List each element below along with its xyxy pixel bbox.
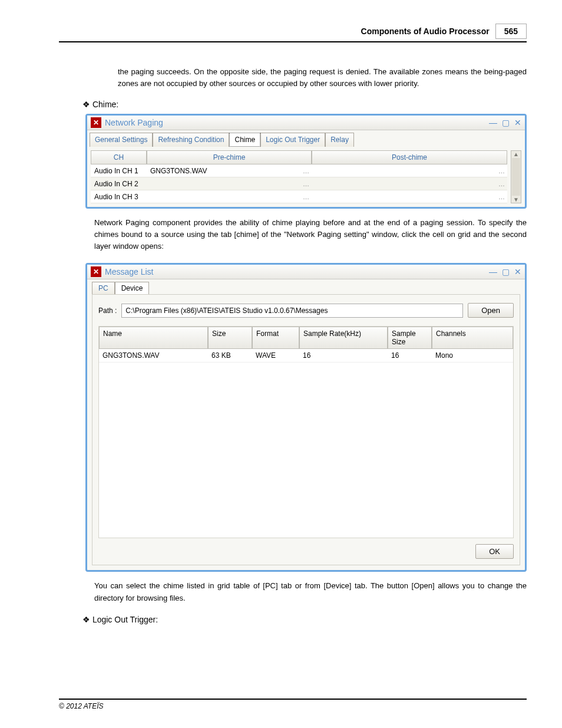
scroll-up-icon[interactable]: ▲ xyxy=(511,151,521,157)
cell-sample-rate: 16 xyxy=(299,349,388,363)
browse-icon[interactable]: … xyxy=(303,167,309,174)
col-format: Format xyxy=(252,327,299,349)
col-channels: Channels xyxy=(432,327,513,349)
tab-pc[interactable]: PC xyxy=(92,282,115,294)
col-name: Name xyxy=(99,327,208,349)
path-label: Path : xyxy=(98,307,117,315)
minimize-icon[interactable]: — xyxy=(489,118,497,127)
cell-ch: Audio In CH 3 xyxy=(91,190,147,203)
cell-pre-chime[interactable]: … xyxy=(147,190,312,203)
cell-sample-size: 16 xyxy=(388,349,432,363)
col-pre-chime: Pre-chime xyxy=(147,150,312,164)
close-icon[interactable]: ✕ xyxy=(514,267,521,276)
network-paging-window: ✕ Network Paging — ▢ ✕ General Settings … xyxy=(85,114,527,209)
table-row[interactable]: GNG3TONS.WAV 63 KB WAVE 16 16 Mono xyxy=(99,349,513,363)
col-sample-rate: Sample Rate(kHz) xyxy=(299,327,388,349)
browse-icon[interactable]: … xyxy=(498,193,505,200)
cell-ch: Audio In CH 2 xyxy=(91,177,147,190)
maximize-icon[interactable]: ▢ xyxy=(502,267,510,276)
scroll-thumb[interactable] xyxy=(512,158,520,196)
header-title: Components of Audio Processor xyxy=(361,27,490,36)
tab-general-settings[interactable]: General Settings xyxy=(90,133,153,147)
tab-refreshing-condition[interactable]: Refreshing Condition xyxy=(153,133,229,147)
col-ch: CH xyxy=(91,150,147,164)
cell-channels: Mono xyxy=(432,349,513,363)
tab-device[interactable]: Device xyxy=(115,282,150,294)
paragraph-intro: the paging succeeds. On the opposite sid… xyxy=(118,66,527,89)
ok-button[interactable]: OK xyxy=(475,544,514,559)
paragraph-select-chime: You can select the chime listed in grid … xyxy=(94,580,527,604)
cell-format: WAVE xyxy=(252,349,299,363)
cell-post-chime[interactable]: … xyxy=(312,177,507,190)
app-icon: ✕ xyxy=(91,117,101,128)
scrollbar[interactable]: ▲ ▼ xyxy=(511,150,521,203)
bullet-logic-out-trigger: Logic Out Trigger: xyxy=(82,615,527,624)
tab-chime[interactable]: Chime xyxy=(229,133,260,147)
col-size: Size xyxy=(208,327,252,349)
minimize-icon[interactable]: — xyxy=(489,267,497,276)
message-list-window: ✕ Message List — ▢ ✕ PC Device Path : Op… xyxy=(85,263,527,572)
window-title: Message List xyxy=(105,267,489,276)
maximize-icon[interactable]: ▢ xyxy=(502,118,510,127)
cell-pre-chime[interactable]: GNG3TONS.WAV… xyxy=(147,164,312,177)
cell-size: 63 KB xyxy=(208,349,252,363)
cell-post-chime[interactable]: … xyxy=(312,164,507,177)
cell-pre-chime[interactable]: … xyxy=(147,177,312,190)
cell-post-chime[interactable]: … xyxy=(312,190,507,203)
app-icon: ✕ xyxy=(91,266,101,277)
page-number: 565 xyxy=(495,24,527,39)
footer-copyright: © 2012 ATEÏS xyxy=(59,699,527,710)
close-icon[interactable]: ✕ xyxy=(514,118,521,127)
window-title: Network Paging xyxy=(105,118,489,127)
browse-icon[interactable]: … xyxy=(303,180,309,187)
tab-relay[interactable]: Relay xyxy=(325,133,354,147)
cell-ch: Audio In CH 1 xyxy=(91,164,147,177)
browse-icon[interactable]: … xyxy=(303,193,309,200)
bullet-chime: Chime: xyxy=(82,100,527,109)
col-sample-size: Sample Size xyxy=(388,327,432,349)
scroll-down-icon[interactable]: ▼ xyxy=(511,196,521,203)
paragraph-network-paging: Network Paging component provides the ab… xyxy=(94,217,527,252)
browse-icon[interactable]: … xyxy=(498,180,505,187)
page-header: Components of Audio Processor 565 xyxy=(59,24,527,42)
open-button[interactable]: Open xyxy=(468,303,514,318)
message-list-grid: Name Size Format Sample Rate(kHz) Sample… xyxy=(98,326,514,538)
cell-name: GNG3TONS.WAV xyxy=(99,349,208,363)
path-input[interactable] xyxy=(121,304,463,318)
col-post-chime: Post-chime xyxy=(312,150,507,164)
tab-logic-out-trigger[interactable]: Logic Out Trigger xyxy=(260,133,325,147)
browse-icon[interactable]: … xyxy=(498,167,505,174)
